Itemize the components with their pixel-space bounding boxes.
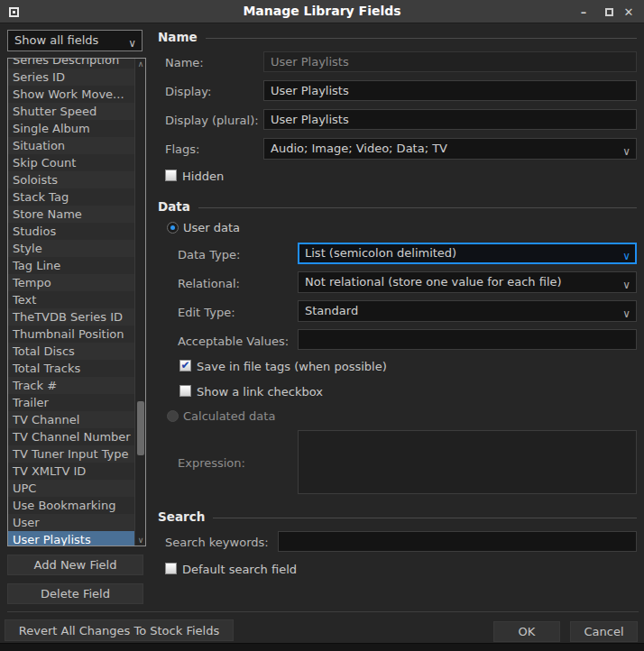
window-title: Manage Library Fields	[0, 4, 644, 18]
list-item[interactable]: Single Album	[8, 120, 135, 137]
list-item[interactable]: Trailer	[8, 394, 135, 411]
name-input	[263, 51, 637, 72]
show-link-checkbox[interactable]	[179, 385, 191, 397]
list-item[interactable]: TheTVDB Series ID	[8, 308, 135, 326]
flags-value: Audio; Image; Video; Data; TV	[271, 142, 447, 155]
data-type-value: List (semicolon delimited)	[305, 246, 456, 260]
revert-stock-fields-button[interactable]: Revert All Changes To Stock Fields	[5, 619, 234, 641]
window-bottom-edge	[0, 643, 644, 651]
maximize-icon	[605, 8, 613, 16]
acceptable-values-input[interactable]	[298, 329, 637, 350]
list-item[interactable]: Skip Count	[8, 154, 135, 171]
maximize-button[interactable]	[601, 3, 617, 21]
fields-filter-select[interactable]: Show all fields ∨	[7, 30, 143, 51]
name-section-header: Name	[158, 30, 637, 44]
edit-type-label: Edit Type:	[178, 306, 235, 319]
field-list[interactable]: Series DescriptionSeries IDShow Work Mov…	[7, 58, 146, 546]
user-data-radio[interactable]	[167, 222, 179, 234]
flags-select[interactable]: Audio; Image; Video; Data; TV ∨	[263, 138, 637, 160]
edit-type-value: Standard	[305, 304, 358, 317]
hidden-label: Hidden	[182, 170, 224, 183]
list-item[interactable]: Tempo	[8, 274, 135, 291]
list-item[interactable]: TV Channel Number	[8, 428, 135, 445]
list-item[interactable]: Total Discs	[8, 343, 135, 360]
relational-select[interactable]: Not relational (store one value for each…	[298, 271, 637, 293]
close-button[interactable]: ✕	[621, 3, 637, 21]
list-item[interactable]: Style	[8, 240, 135, 257]
delete-field-button[interactable]: Delete Field	[7, 583, 143, 604]
list-item[interactable]: Use Bookmarking	[8, 497, 135, 514]
chevron-down-icon: ∨	[622, 275, 630, 293]
chevron-down-icon: ∨	[128, 33, 136, 53]
list-item[interactable]: Thumbnail Position	[8, 326, 135, 343]
close-icon: ✕	[624, 5, 634, 19]
name-section-title: Name	[158, 30, 198, 44]
expression-label: Expression:	[178, 456, 245, 470]
data-section-header: Data	[158, 199, 637, 214]
list-item[interactable]: TV Tuner Input Type	[8, 445, 135, 463]
search-section-header: Search	[158, 509, 637, 524]
list-item[interactable]: Text	[8, 291, 135, 308]
list-item[interactable]: Situation	[8, 137, 135, 154]
display-input[interactable]	[263, 80, 637, 101]
scroll-down-icon[interactable]: ∨	[135, 535, 146, 546]
list-item[interactable]: Tag Line	[8, 257, 135, 274]
edit-type-select[interactable]: Standard ∨	[298, 300, 637, 322]
minimize-button[interactable]: –	[575, 3, 592, 21]
expression-textarea	[298, 430, 637, 494]
list-item[interactable]: Shutter Speed	[8, 103, 135, 120]
calculated-data-radio[interactable]	[167, 410, 179, 422]
ok-button[interactable]: OK	[493, 621, 560, 642]
data-type-select[interactable]: List (semicolon delimited) ∨	[298, 243, 637, 264]
minimize-icon: –	[581, 5, 587, 19]
data-type-label: Data Type:	[178, 248, 240, 261]
list-item[interactable]: Soloists	[8, 171, 135, 188]
field-list-items: Series DescriptionSeries IDShow Work Mov…	[8, 58, 135, 546]
save-file-tags-label: Save in file tags (when possible)	[197, 360, 387, 373]
show-link-label: Show a link checkbox	[197, 385, 323, 399]
scroll-up-icon[interactable]: ∧	[135, 59, 146, 69]
footer-separator	[7, 611, 639, 612]
display-plural-input[interactable]	[263, 109, 637, 130]
list-item[interactable]: Total Tracks	[8, 360, 135, 377]
flags-label: Flags:	[165, 142, 199, 156]
chevron-down-icon: ∨	[622, 304, 630, 322]
check-icon: ✔	[180, 361, 189, 371]
list-item[interactable]: Stack Tag	[8, 188, 135, 206]
section-rule	[206, 38, 637, 39]
list-item[interactable]: User	[8, 514, 135, 531]
display-plural-label: Display (plural):	[165, 114, 259, 127]
list-item[interactable]: Series ID	[8, 69, 135, 86]
save-file-tags-checkbox[interactable]: ✔	[179, 360, 191, 371]
cancel-button[interactable]: Cancel	[570, 621, 638, 642]
list-item[interactable]: TV Channel	[8, 411, 135, 428]
list-item[interactable]: Store Name	[8, 206, 135, 223]
default-search-label: Default search field	[182, 563, 297, 576]
display-label: Display:	[165, 85, 211, 98]
add-new-field-button[interactable]: Add New Field	[7, 555, 143, 575]
list-item[interactable]: Track #	[8, 377, 135, 394]
list-item[interactable]: Studios	[8, 223, 135, 240]
field-list-scrollbar[interactable]: ∧ ∨	[134, 59, 145, 546]
calculated-data-label: Calculated data	[183, 409, 275, 423]
name-label: Name:	[165, 56, 204, 69]
manage-library-fields-dialog: Manage Library Fields – ✕ Show all field…	[0, 0, 644, 651]
search-section-title: Search	[158, 509, 205, 524]
section-rule	[198, 207, 637, 208]
chevron-down-icon: ∨	[622, 142, 630, 160]
list-item[interactable]: TV XMLTV ID	[8, 463, 135, 480]
hidden-checkbox[interactable]	[165, 170, 177, 181]
list-item[interactable]: Show Work Move...	[8, 86, 135, 103]
user-data-label: User data	[183, 221, 240, 234]
list-item[interactable]: Series Description	[8, 58, 135, 69]
scrollbar-thumb[interactable]	[137, 401, 144, 455]
search-keywords-label: Search keywords:	[165, 536, 269, 549]
title-bar[interactable]: Manage Library Fields – ✕	[0, 0, 644, 23]
default-search-checkbox[interactable]	[165, 563, 177, 574]
list-item[interactable]: UPC	[8, 480, 135, 497]
list-item[interactable]: User Playlists	[8, 531, 135, 546]
chevron-down-icon: ∨	[622, 246, 630, 264]
data-section-title: Data	[158, 199, 190, 214]
relational-label: Relational:	[178, 277, 240, 290]
search-keywords-input[interactable]	[278, 531, 637, 552]
